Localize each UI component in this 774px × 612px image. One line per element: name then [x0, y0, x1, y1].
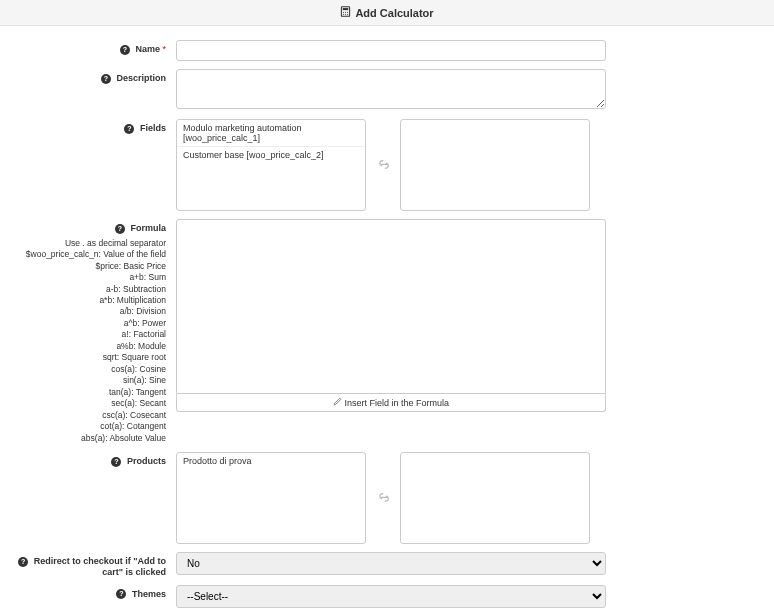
list-item[interactable]: Customer base [woo_price_calc_2]	[177, 147, 365, 163]
products-available-list[interactable]: Prodotto di prova	[176, 452, 366, 544]
label-description: Description	[116, 73, 166, 83]
fields-selected-list[interactable]	[400, 119, 590, 211]
pencil-icon	[333, 397, 342, 408]
svg-point-5	[343, 14, 344, 15]
redirect-select[interactable]: No	[176, 552, 606, 575]
label-themes: Themes	[132, 589, 166, 599]
link-icon[interactable]	[372, 154, 394, 176]
formula-hints: Use . as decimal separator$woo_price_cal…	[6, 238, 166, 444]
list-item[interactable]: Prodotto di prova	[177, 453, 365, 469]
svg-rect-1	[343, 8, 349, 10]
svg-point-6	[345, 14, 346, 15]
svg-point-7	[347, 14, 348, 15]
fields-available-list[interactable]: Modulo marketing automation [woo_price_c…	[176, 119, 366, 211]
svg-point-4	[347, 12, 348, 13]
help-icon[interactable]: ?	[120, 45, 130, 55]
page-title: Add Calculator	[355, 7, 433, 19]
svg-point-2	[343, 12, 344, 13]
description-textarea[interactable]	[176, 69, 606, 109]
link-icon[interactable]	[372, 487, 394, 509]
name-input[interactable]	[176, 40, 606, 61]
svg-point-3	[345, 12, 346, 13]
help-icon[interactable]: ?	[124, 124, 134, 134]
help-icon[interactable]: ?	[115, 224, 125, 234]
help-icon[interactable]: ?	[111, 457, 121, 467]
label-name: Name	[135, 44, 160, 54]
calculator-icon	[340, 6, 351, 19]
label-formula: Formula	[130, 223, 166, 233]
page-header: Add Calculator	[0, 0, 774, 26]
label-fields: Fields	[140, 123, 166, 133]
label-redirect: Redirect to checkout if "Add to cart" is…	[34, 556, 166, 577]
label-products: Products	[127, 456, 166, 466]
help-icon[interactable]: ?	[101, 74, 111, 84]
required-mark: *	[162, 44, 166, 54]
help-icon[interactable]: ?	[18, 557, 28, 567]
themes-select[interactable]: --Select--	[176, 585, 606, 608]
products-selected-list[interactable]	[400, 452, 590, 544]
formula-textarea[interactable]	[176, 219, 606, 394]
list-item[interactable]: Modulo marketing automation [woo_price_c…	[177, 120, 365, 147]
help-icon[interactable]: ?	[116, 589, 126, 599]
insert-field-button[interactable]: Insert Field in the Formula	[176, 394, 606, 412]
